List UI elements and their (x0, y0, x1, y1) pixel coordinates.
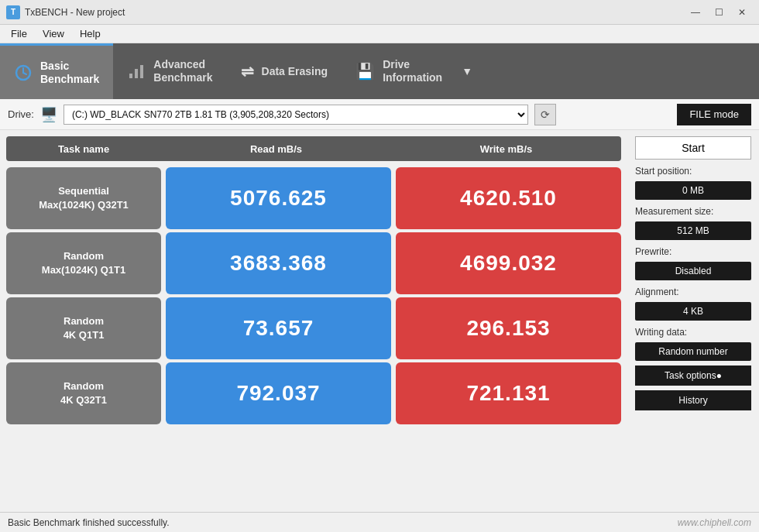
drive-information-label: Drive Information (383, 58, 442, 84)
window-title: TxBENCH - New project (25, 7, 685, 18)
prewrite-label: Prewrite: (635, 246, 751, 257)
benchmark-area: Task name Read mB/s Write mB/s Sequentia… (0, 130, 627, 512)
close-button[interactable]: ✕ (731, 5, 753, 20)
toolbar: Basic Benchmark Advanced Benchmark ⇌ Dat… (0, 43, 759, 99)
drive-label: Drive: (8, 108, 34, 120)
advanced-benchmark-icon (127, 62, 146, 81)
task-name-2: Random 4K Q1T1 (6, 297, 161, 359)
drive-information-icon: 💾 (355, 62, 375, 81)
window-controls: — ☐ ✕ (685, 5, 753, 20)
basic-benchmark-icon (14, 63, 33, 82)
writing-data-label: Writing data: (635, 327, 751, 338)
data-erasing-label: Data Erasing (262, 65, 328, 78)
refresh-button[interactable]: ⟳ (534, 104, 556, 125)
read-value-0: 5076.625 (166, 167, 391, 229)
tab-advanced-benchmark[interactable]: Advanced Benchmark (113, 43, 226, 99)
prewrite-value: Disabled (635, 262, 751, 280)
basic-benchmark-label: Basic Benchmark (40, 60, 99, 86)
read-value-1: 3683.368 (166, 232, 391, 294)
title-bar: T TxBENCH - New project — ☐ ✕ (0, 0, 759, 25)
drive-row: Drive: 🖥️ (C:) WD_BLACK SN770 2TB 1.81 T… (0, 99, 759, 130)
app-icon: T (6, 5, 20, 19)
right-panel: Start Start position: 0 MB Measurement s… (627, 130, 759, 512)
table-row: Sequential Max(1024K) Q32T1 5076.625 462… (6, 167, 621, 229)
data-erasing-icon: ⇌ (241, 62, 254, 81)
header-write: Write mB/s (391, 143, 621, 155)
measurement-size-value: 512 MB (635, 221, 751, 240)
write-value-0: 4620.510 (396, 167, 621, 229)
toolbar-arrow[interactable]: ▼ (456, 43, 478, 99)
start-position-label: Start position: (635, 166, 751, 177)
write-value-2: 296.153 (396, 297, 621, 359)
tab-drive-information[interactable]: 💾 Drive Information (342, 43, 456, 99)
read-value-3: 792.037 (166, 362, 391, 424)
tab-basic-benchmark[interactable]: Basic Benchmark (0, 43, 113, 99)
read-value-2: 73.657 (166, 297, 391, 359)
status-bar: Basic Benchmark finished successfully. w… (0, 512, 759, 532)
history-button[interactable]: History (635, 390, 751, 410)
table-row: Random 4K Q1T1 73.657 296.153 (6, 297, 621, 359)
table-row: Random Max(1024K) Q1T1 3683.368 4699.032 (6, 232, 621, 294)
start-position-value: 0 MB (635, 181, 751, 200)
header-task: Task name (6, 143, 161, 155)
start-button[interactable]: Start (635, 136, 751, 160)
table-row: Random 4K Q32T1 792.037 721.131 (6, 362, 621, 424)
tab-data-erasing[interactable]: ⇌ Data Erasing (227, 43, 342, 99)
maximize-button[interactable]: ☐ (708, 5, 730, 20)
drive-icon: 🖥️ (40, 106, 57, 123)
menu-view[interactable]: View (35, 26, 72, 41)
drive-select[interactable]: (C:) WD_BLACK SN770 2TB 1.81 TB (3,905,2… (64, 105, 528, 125)
advanced-benchmark-label: Advanced Benchmark (153, 58, 212, 84)
file-mode-button[interactable]: FILE mode (677, 104, 751, 125)
task-name-3: Random 4K Q32T1 (6, 362, 161, 424)
alignment-value: 4 KB (635, 302, 751, 321)
main-content: Task name Read mB/s Write mB/s Sequentia… (0, 130, 759, 512)
task-name-0: Sequential Max(1024K) Q32T1 (6, 167, 161, 229)
status-text: Basic Benchmark finished successfully. (8, 517, 170, 528)
write-value-3: 721.131 (396, 362, 621, 424)
svg-rect-5 (140, 65, 143, 78)
measurement-size-label: Measurement size: (635, 206, 751, 217)
header-read: Read mB/s (161, 143, 391, 155)
svg-rect-3 (129, 74, 132, 78)
write-value-1: 4699.032 (396, 232, 621, 294)
task-options-button[interactable]: Task options● (635, 366, 751, 386)
menu-file[interactable]: File (3, 26, 35, 41)
svg-line-2 (23, 73, 26, 74)
task-name-1: Random Max(1024K) Q1T1 (6, 232, 161, 294)
menu-help[interactable]: Help (72, 26, 108, 41)
watermark: www.chiphell.com (678, 517, 751, 528)
writing-data-value: Random number (635, 342, 751, 361)
minimize-button[interactable]: — (685, 5, 706, 20)
menu-bar: File View Help (0, 25, 759, 43)
table-header: Task name Read mB/s Write mB/s (6, 136, 621, 161)
alignment-label: Alignment: (635, 287, 751, 297)
svg-rect-4 (135, 69, 138, 78)
